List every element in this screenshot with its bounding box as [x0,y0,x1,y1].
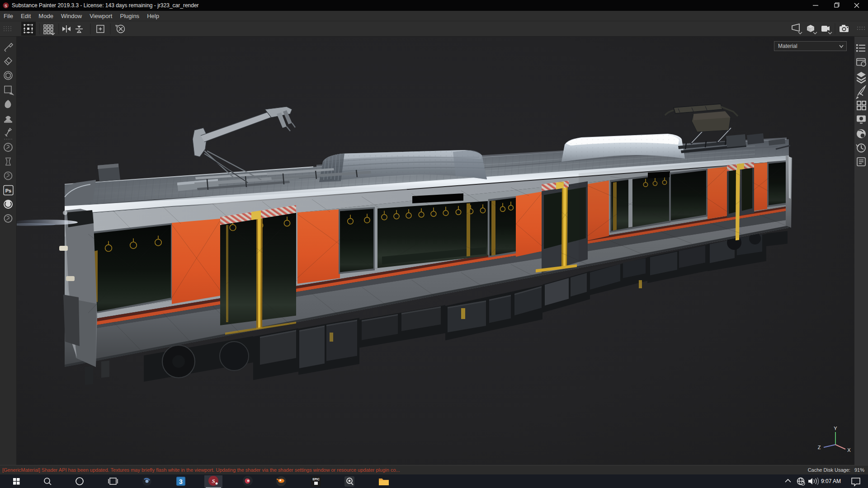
svg-text:EPIC: EPIC [312,478,319,481]
svg-text:3: 3 [179,478,183,485]
svg-text:S: S [212,478,215,484]
svg-text:S: S [5,4,7,8]
svg-text:Ps: Ps [5,188,11,193]
svg-text:Y: Y [834,426,837,431]
svg-text:X: X [847,447,851,453]
svg-text:Z: Z [818,445,821,450]
